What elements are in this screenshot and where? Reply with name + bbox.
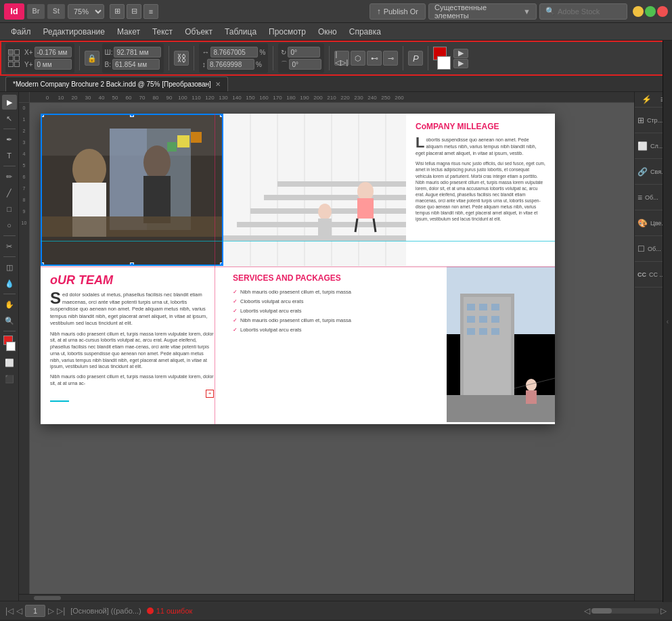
- x-input[interactable]: [35, 47, 72, 58]
- svg-rect-23: [264, 195, 406, 200]
- menu-edit[interactable]: Редактирование: [38, 26, 110, 38]
- p-icon[interactable]: P: [408, 51, 423, 66]
- chain-link-btn[interactable]: ⛓: [174, 51, 189, 66]
- menu-help[interactable]: Справка: [344, 26, 386, 38]
- tab-close-btn[interactable]: ✕: [215, 80, 221, 88]
- direct-select-tool[interactable]: ↖: [2, 111, 17, 126]
- panel-collapse[interactable]: ‹: [663, 41, 672, 602]
- rect-tool[interactable]: □: [2, 202, 17, 216]
- fill-stroke-indicator: [3, 336, 16, 351]
- select-tool[interactable]: ▶: [2, 95, 17, 110]
- maximize-button[interactable]: [645, 6, 656, 17]
- scale-h-input[interactable]: [210, 47, 258, 58]
- stroke-swatch[interactable]: [437, 56, 451, 70]
- canvas-scroll[interactable]: CoMPANY MILLEAGE L obortis suspendisse q…: [30, 103, 634, 594]
- last-page-btn[interactable]: ▷|: [57, 606, 65, 616]
- flip-h-btn[interactable]: |◁▷|: [334, 51, 349, 66]
- first-page-btn[interactable]: |◁: [5, 606, 14, 616]
- svg-rect-40: [479, 316, 487, 323]
- menu-bar: Файл Редактирование Макет Текст Объект Т…: [0, 23, 672, 41]
- close-button[interactable]: [657, 6, 668, 17]
- zoom-select[interactable]: 75% 100% 50%: [68, 4, 104, 19]
- constrain-btn[interactable]: 🔒: [85, 51, 99, 66]
- ruler-row: 0 10 20 30 40 50 60 70 80 90 100 110 120…: [19, 92, 634, 103]
- search-input[interactable]: [558, 7, 621, 16]
- menu-layout[interactable]: Макет: [112, 26, 145, 38]
- overflow-indicator[interactable]: +: [206, 390, 214, 398]
- elements-dropdown[interactable]: Существенные элементы ▼: [428, 3, 537, 20]
- flip-v-btn[interactable]: ⬡: [351, 51, 365, 66]
- type-tool[interactable]: T: [2, 148, 17, 163]
- sel-handle-tm[interactable]: [130, 114, 134, 117]
- preview-mode-btn[interactable]: ⬜: [2, 355, 17, 370]
- pencil-tool[interactable]: ✏: [2, 169, 17, 184]
- align-btn[interactable]: ⊷: [367, 51, 382, 66]
- pen-tool[interactable]: ✒: [2, 132, 17, 147]
- next-page-btn[interactable]: ▷: [48, 606, 54, 616]
- zoom-tool[interactable]: 🔍: [2, 313, 17, 328]
- ellipse-tool[interactable]: ○: [2, 218, 17, 233]
- menu-text[interactable]: Текст: [147, 26, 178, 38]
- menu-table[interactable]: Таблица: [219, 26, 262, 38]
- view-mode-btn1[interactable]: ⊞: [110, 4, 125, 19]
- service-text-5: Lobortis volutpat arcu erats: [240, 326, 301, 334]
- minimize-button[interactable]: [633, 6, 644, 17]
- angle1-input[interactable]: [288, 47, 320, 58]
- eyedropper-tool[interactable]: 💧: [2, 276, 17, 291]
- stock-logo[interactable]: St: [47, 4, 65, 19]
- distribute-btn[interactable]: ⊸: [383, 51, 398, 66]
- scale-v-input[interactable]: [207, 59, 254, 70]
- bridge-logo[interactable]: Br: [27, 4, 45, 19]
- company-body1-text: obortis suspendisse quo aenean non amet.…: [416, 137, 537, 156]
- scroll-right-btn[interactable]: ▷: [660, 606, 667, 616]
- error-count: 11 ошибок: [156, 607, 193, 615]
- document-tab[interactable]: *Modern Company Brochure 2 Back.indd @ 7…: [5, 76, 228, 91]
- page-navigation: |◁ ◁ ▷ ▷|: [5, 605, 65, 617]
- view-mode-btn3[interactable]: ≡: [143, 4, 158, 19]
- menu-window[interactable]: Окно: [313, 26, 342, 38]
- w-input[interactable]: [114, 47, 161, 58]
- color-arrow1[interactable]: ▶: [453, 49, 468, 58]
- svg-rect-7: [143, 176, 171, 223]
- menu-file[interactable]: Файл: [5, 26, 37, 38]
- svg-rect-38: [491, 304, 499, 310]
- svg-point-29: [318, 204, 332, 220]
- object-styles-icon: ≡: [637, 193, 642, 202]
- menu-view[interactable]: Просмотр: [263, 26, 311, 38]
- stroke-indicator[interactable]: [6, 342, 16, 351]
- angle2-input[interactable]: [289, 59, 321, 70]
- menu-object[interactable]: Объект: [179, 26, 218, 38]
- scroll-left-btn[interactable]: ◁: [584, 606, 590, 616]
- service-item-4: ✓ Nibh mauris odio praesent cillum et, t…: [233, 317, 437, 325]
- h-input[interactable]: [112, 59, 160, 70]
- h-scroll-track[interactable]: [591, 608, 659, 614]
- canvas-with-ruler: 0 1 2 3 4 5 6 7 8 9 10: [19, 103, 634, 594]
- svg-rect-44: [491, 328, 499, 335]
- properties-toolbar: X+ Y+ 🔒 Ш: В: ⛓ ↔: [0, 41, 672, 76]
- vertical-ruler: 0 1 2 3 4 5 6 7 8 9 10: [19, 103, 30, 594]
- y-input[interactable]: [35, 59, 72, 70]
- publish-button[interactable]: Publish Or: [369, 3, 426, 20]
- sel-handle-tl[interactable]: [41, 114, 44, 117]
- page-number-input[interactable]: [25, 605, 45, 617]
- frame-mode-btn[interactable]: ⬛: [2, 371, 17, 386]
- scissors-tool[interactable]: ✂: [2, 239, 17, 254]
- building-photo: [447, 266, 555, 424]
- h-scroll-thumb[interactable]: [34, 596, 61, 600]
- check-icon-2: ✓: [233, 298, 238, 306]
- check-icon-1: ✓: [233, 288, 238, 296]
- hand-tool[interactable]: ✋: [2, 297, 17, 312]
- search-box[interactable]: 🔍: [539, 3, 627, 20]
- svg-rect-8: [42, 216, 223, 237]
- gradient-tool[interactable]: ◫: [2, 260, 17, 275]
- view-mode-btn2[interactable]: ⊟: [127, 4, 141, 19]
- h-scroll-handle[interactable]: [591, 608, 612, 614]
- main-area: ▶ ↖ ✒ T ✏ ╱ □ ○ ✂ ◫ 💧 ✋ 🔍 ⬜ ⬛ 0: [0, 92, 672, 601]
- h-scrollbar[interactable]: [19, 594, 634, 601]
- links-icon: 🔗: [637, 167, 648, 177]
- lightning-icon[interactable]: ⚡: [642, 95, 652, 104]
- line-tool[interactable]: ╱: [2, 185, 17, 200]
- color-arrow2[interactable]: ▶: [453, 59, 468, 68]
- prev-page-btn[interactable]: ◁: [16, 606, 22, 616]
- team-photo: [41, 114, 223, 266]
